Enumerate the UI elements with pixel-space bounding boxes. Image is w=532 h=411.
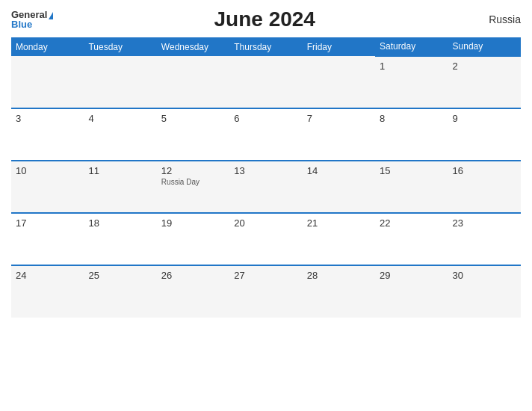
day-number: 16: [453, 165, 516, 176]
calendar-title: June 2024: [53, 7, 476, 31]
day-number: 28: [307, 270, 371, 281]
calendar-week-row: 101112Russia Day13141516: [11, 161, 521, 213]
day-number: 15: [380, 165, 443, 176]
calendar-cell: 30: [448, 265, 521, 318]
day-number: 5: [161, 113, 225, 124]
day-number: 6: [234, 113, 297, 124]
calendar-cell: 24: [11, 265, 84, 318]
day-number: 13: [234, 165, 297, 176]
calendar-page: General Blue June 2024 Russia Monday Tue…: [0, 0, 532, 411]
calendar-header-row: Monday Tuesday Wednesday Thursday Friday…: [11, 37, 521, 56]
day-number: 29: [380, 270, 443, 281]
day-number: 19: [161, 217, 225, 229]
day-event: Russia Day: [161, 178, 225, 186]
day-number: 23: [453, 217, 516, 229]
calendar-cell: 15: [375, 161, 448, 213]
day-number: 20: [234, 217, 297, 229]
calendar-cell: 26: [157, 265, 229, 318]
day-number: 7: [307, 113, 371, 124]
day-number: 4: [88, 113, 152, 124]
day-number: 12: [161, 165, 225, 176]
calendar-cell: 27: [229, 265, 302, 318]
calendar-cell: 12Russia Day: [157, 161, 229, 213]
day-number: 22: [380, 217, 443, 229]
col-friday: Friday: [303, 37, 375, 56]
calendar-cell: 5: [157, 108, 229, 161]
calendar-table: Monday Tuesday Wednesday Thursday Friday…: [11, 37, 521, 318]
calendar-cell: [157, 56, 229, 108]
logo: General Blue: [11, 10, 53, 29]
calendar-header: General Blue June 2024 Russia: [11, 7, 521, 31]
country-label: Russia: [476, 13, 521, 25]
col-wednesday: Wednesday: [157, 37, 229, 56]
logo-blue-text: Blue: [11, 19, 53, 29]
calendar-cell: [11, 56, 84, 108]
calendar-cell: 18: [84, 213, 156, 265]
col-tuesday: Tuesday: [84, 37, 156, 56]
calendar-week-row: 17181920212223: [11, 213, 521, 265]
calendar-week-row: 24252627282930: [11, 265, 521, 318]
calendar-week-row: 3456789: [11, 108, 521, 161]
calendar-cell: 21: [303, 213, 375, 265]
calendar-cell: 10: [11, 161, 84, 213]
calendar-cell: 1: [375, 56, 448, 108]
day-number: 17: [16, 217, 79, 229]
calendar-cell: 7: [303, 108, 375, 161]
day-number: 27: [234, 270, 297, 281]
calendar-cell: 8: [375, 108, 448, 161]
col-thursday: Thursday: [229, 37, 302, 56]
calendar-cell: 16: [448, 161, 521, 213]
day-number: 24: [16, 270, 79, 281]
calendar-cell: 2: [448, 56, 521, 108]
calendar-cell: 23: [448, 213, 521, 265]
calendar-cell: 9: [448, 108, 521, 161]
calendar-cell: 20: [229, 213, 302, 265]
calendar-cell: 3: [11, 108, 84, 161]
calendar-cell: 19: [157, 213, 229, 265]
calendar-cell: 11: [84, 161, 156, 213]
col-sunday: Sunday: [448, 37, 521, 56]
day-number: 8: [380, 113, 443, 124]
day-number: 14: [307, 165, 371, 176]
calendar-week-row: 12: [11, 56, 521, 108]
calendar-cell: 25: [84, 265, 156, 318]
day-number: 30: [453, 270, 516, 281]
day-number: 11: [88, 165, 152, 176]
calendar-cell: 14: [303, 161, 375, 213]
day-number: 26: [161, 270, 225, 281]
day-number: 1: [380, 61, 443, 72]
day-number: 18: [88, 217, 152, 229]
col-monday: Monday: [11, 37, 84, 56]
day-number: 21: [307, 217, 371, 229]
day-number: 9: [453, 113, 516, 124]
calendar-cell: [229, 56, 302, 108]
calendar-cell: [84, 56, 156, 108]
calendar-cell: 4: [84, 108, 156, 161]
day-number: 2: [453, 61, 516, 72]
calendar-cell: 17: [11, 213, 84, 265]
day-number: 25: [88, 270, 152, 281]
calendar-cell: 13: [229, 161, 302, 213]
day-number: 10: [16, 165, 79, 176]
calendar-cell: [303, 56, 375, 108]
calendar-cell: 6: [229, 108, 302, 161]
calendar-cell: 29: [375, 265, 448, 318]
calendar-cell: 22: [375, 213, 448, 265]
col-saturday: Saturday: [375, 37, 448, 56]
calendar-cell: 28: [303, 265, 375, 318]
day-number: 3: [16, 113, 79, 124]
